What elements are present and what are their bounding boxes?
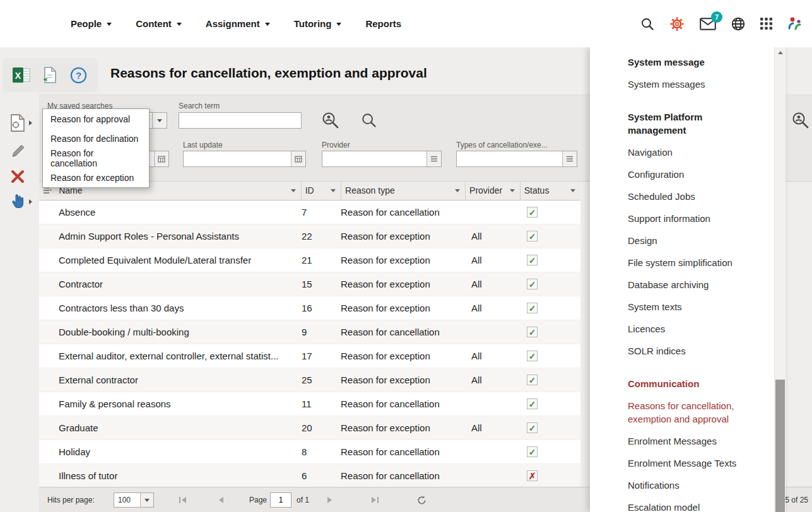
nav-menu-item[interactable]: Tutoring — [294, 18, 342, 29]
calendar-picker-button[interactable] — [154, 151, 168, 166]
side-menu-entry[interactable]: System messages — [628, 73, 775, 95]
nav-menu-item[interactable]: People — [71, 18, 112, 29]
table-row[interactable]: Absence 7 Reason for cancellation — [39, 201, 580, 224]
submenu-arrow-icon — [29, 199, 32, 204]
side-menu-entry[interactable]: System message — [628, 51, 775, 73]
edit-pencil-icon[interactable] — [10, 143, 26, 159]
previous-page-button[interactable] — [217, 487, 225, 512]
first-page-button[interactable] — [178, 487, 187, 512]
provider-input[interactable] — [322, 151, 427, 166]
column-header-provider[interactable]: Provider — [466, 181, 521, 200]
nav-menu-item[interactable]: Reports — [365, 18, 401, 29]
column-filter-icon[interactable] — [455, 189, 460, 192]
side-menu-entry[interactable]: Enrolment Message Texts — [628, 452, 775, 474]
export-file-icon[interactable] — [40, 65, 60, 85]
side-menu-entry[interactable]: File system simplification — [628, 252, 775, 274]
column-header-id[interactable]: ID — [302, 181, 341, 200]
side-menu-entry[interactable]: Database archiving — [628, 274, 775, 296]
table-row[interactable]: Double-booking / multi-booking 9 Reason … — [39, 320, 580, 344]
column-filter-icon[interactable] — [570, 189, 575, 192]
apps-grid-icon[interactable] — [760, 18, 772, 30]
delete-icon[interactable] — [10, 169, 25, 184]
excel-export-icon[interactable]: X — [11, 65, 32, 85]
help-icon[interactable]: ? — [69, 65, 89, 85]
side-menu-entry[interactable]: Support information — [628, 207, 775, 230]
table-row[interactable]: Family & personal reasons 11 Reason for … — [39, 392, 580, 416]
side-menu-entry[interactable]: System Platform management — [628, 106, 775, 141]
refresh-icon[interactable] — [416, 487, 427, 512]
cell-name: Completed Equivalent Module/Lateral tran… — [39, 255, 293, 265]
side-menu-entry[interactable]: Licences — [628, 318, 775, 340]
nav-menu-item[interactable]: Content — [136, 18, 182, 29]
combo-dropdown-button[interactable] — [152, 113, 167, 128]
mail-icon[interactable]: 7 — [700, 18, 716, 30]
last-update-field[interactable] — [183, 151, 306, 167]
table-row[interactable]: External auditor, external controller, e… — [39, 344, 580, 368]
saved-search-run-icon[interactable] — [321, 110, 341, 133]
side-menu-entry[interactable]: Navigation — [628, 141, 775, 163]
types-input[interactable] — [457, 151, 562, 166]
next-page-button[interactable] — [326, 487, 334, 512]
cell-reason-type: Reason for cancellation — [334, 327, 462, 337]
scroll-up-button[interactable] — [775, 47, 786, 57]
column-header-reason-type[interactable]: Reason type — [341, 181, 466, 200]
brand-logo-icon[interactable] — [787, 16, 803, 32]
assign-hand-icon[interactable] — [9, 193, 32, 211]
cell-id: 20 — [293, 422, 334, 433]
globe-icon[interactable] — [731, 16, 746, 32]
side-menu-entry[interactable]: Escalation model — [628, 496, 775, 512]
dropdown-menu-item[interactable]: Reason for declination — [43, 129, 149, 148]
hits-per-page-select[interactable]: 100 — [114, 492, 154, 508]
cell-status — [519, 470, 580, 481]
calendar-picker-button[interactable] — [291, 151, 305, 166]
dropdown-menu-item[interactable]: Reason for exception — [43, 168, 149, 187]
column-label: Status — [524, 185, 550, 195]
gear-icon[interactable] — [669, 16, 685, 32]
last-page-button[interactable] — [370, 487, 380, 512]
dropdown-menu-item[interactable]: Reason for approval — [43, 109, 149, 129]
table-row[interactable]: Admin Support Roles - Personal Assistant… — [39, 224, 580, 248]
lookup-button[interactable] — [562, 151, 577, 166]
table-row[interactable]: Graduate 20 Reason for exception All — [39, 416, 580, 440]
search-term-field[interactable] — [179, 112, 302, 129]
saved-searches-dropdown-menu: Reason for approval Reason for declinati… — [42, 108, 150, 188]
new-record-icon[interactable] — [9, 113, 32, 132]
column-filter-icon[interactable] — [331, 189, 336, 192]
status-icon — [527, 327, 538, 337]
last-update-input[interactable] — [184, 151, 291, 166]
dropdown-menu-item[interactable]: Reason for cancellation — [43, 148, 149, 168]
page-toolbar: X ? — [3, 58, 97, 92]
side-menu-entry[interactable]: Enrolment Messages — [628, 430, 775, 452]
column-filter-icon[interactable] — [510, 189, 515, 192]
cell-reason-type: Reason for exception — [334, 255, 462, 265]
column-filter-icon[interactable] — [291, 189, 296, 192]
cell-reason-type: Reason for cancellation — [334, 446, 462, 457]
saved-search-run-icon-right[interactable] — [791, 110, 811, 133]
scrollbar-thumb[interactable] — [775, 380, 785, 512]
provider-field[interactable] — [322, 151, 442, 167]
page-number-input[interactable] — [270, 492, 291, 508]
side-menu-entry[interactable]: Configuration — [628, 163, 775, 185]
search-icon[interactable] — [640, 17, 654, 31]
types-field[interactable] — [456, 151, 577, 167]
side-menu-entry[interactable]: System texts — [628, 296, 775, 318]
side-menu-entry[interactable]: Scheduled Jobs — [628, 185, 775, 207]
side-menu-entry[interactable]: Design — [628, 230, 775, 252]
column-header-status[interactable]: Status — [521, 181, 580, 200]
nav-menu-item[interactable]: Assignment — [206, 18, 270, 29]
table-row[interactable]: Illness of tutor 6 Reason for cancellati… — [39, 464, 580, 488]
status-icon — [527, 351, 538, 361]
table-row[interactable]: External contractor 25 Reason for except… — [39, 368, 580, 392]
panel-scrollbar[interactable] — [774, 47, 786, 512]
table-row[interactable]: Contractors less than 30 days 16 Reason … — [39, 296, 580, 320]
side-menu-entry[interactable]: Notifications — [628, 474, 775, 496]
table-row[interactable]: Holiday 8 Reason for cancellation — [39, 440, 580, 464]
side-menu-entry[interactable]: SOLR indices — [628, 340, 775, 362]
table-row[interactable]: Completed Equivalent Module/Lateral tran… — [39, 248, 580, 272]
table-row[interactable]: Contractor 15 Reason for exception All — [39, 272, 580, 296]
side-menu-entry[interactable]: Communication — [628, 373, 775, 395]
search-term-input[interactable] — [179, 113, 301, 128]
lookup-button[interactable] — [427, 151, 441, 166]
side-menu-entry[interactable]: Reasons for cancellation, exemption and … — [628, 395, 775, 430]
run-search-icon[interactable] — [361, 112, 377, 131]
